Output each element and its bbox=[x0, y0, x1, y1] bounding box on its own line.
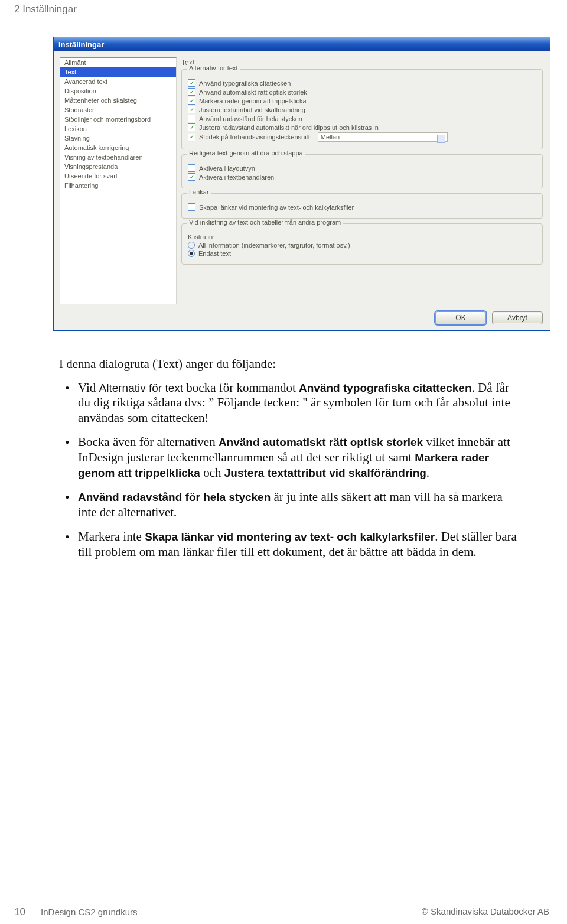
checkbox[interactable]: ✓ bbox=[188, 97, 195, 105]
ui-term: Skapa länkar vid montering av text- och … bbox=[145, 531, 435, 543]
intro-paragraph: I denna dialogruta (Text) anger du följa… bbox=[59, 357, 523, 372]
list-item: Markera inte Skapa länkar vid montering … bbox=[59, 529, 523, 559]
sidebar-item[interactable]: Utseende för svart bbox=[60, 171, 176, 181]
checkbox[interactable]: ✓ bbox=[188, 115, 195, 122]
radio[interactable] bbox=[188, 242, 195, 249]
group-links: Länkar ✓Skapa länkar vid montering av te… bbox=[181, 193, 543, 219]
footer-left: 10 InDesign CS2 grundkurs bbox=[14, 906, 138, 918]
checkbox[interactable]: ✓ bbox=[188, 173, 195, 181]
checkbox[interactable]: ✓ bbox=[188, 164, 195, 172]
preferences-dialog: Inställningar Allmänt Text Avancerad tex… bbox=[53, 37, 550, 331]
checkbox[interactable]: ✓ bbox=[188, 88, 195, 96]
ui-term: Använd automatiskt rätt optisk storlek bbox=[219, 436, 423, 448]
checkbox[interactable]: ✓ bbox=[188, 134, 195, 141]
group-legend: Redigera text genom att dra och släppa bbox=[187, 149, 305, 157]
checkbox[interactable]: ✓ bbox=[188, 79, 195, 87]
group-paste: Vid inklistring av text och tabeller frå… bbox=[181, 223, 543, 265]
radio-label: Endast text bbox=[198, 250, 231, 257]
sidebar-item[interactable]: Visning av textbehandlaren bbox=[60, 152, 176, 162]
group-legend: Alternativ för text bbox=[187, 64, 240, 71]
sidebar-item[interactable]: Text bbox=[60, 67, 176, 77]
ui-term: Justera textattribut vid skalförändring bbox=[224, 467, 426, 479]
radio-label: All information (indexmarkörer, färgruto… bbox=[198, 242, 350, 249]
settings-pane: Text Alternativ för text ✓Använd typogra… bbox=[180, 57, 544, 304]
ui-term: Alternativ för text bbox=[99, 382, 184, 394]
sidebar-item[interactable]: Stavning bbox=[60, 134, 176, 143]
dialog-button-row: OK Avbryt bbox=[54, 308, 550, 330]
page-header: 2 Inställningar bbox=[0, 0, 567, 15]
footer-title: InDesign CS2 grundkurs bbox=[41, 907, 137, 917]
sidebar-item[interactable]: Stödraster bbox=[60, 105, 176, 115]
checkbox[interactable]: ✓ bbox=[188, 203, 195, 211]
sidebar-item[interactable]: Automatisk korrigering bbox=[60, 143, 176, 152]
category-sidebar: Allmänt Text Avancerad text Disposition … bbox=[60, 57, 177, 304]
radio[interactable] bbox=[188, 250, 195, 257]
sidebar-item[interactable]: Måttenheter och skalsteg bbox=[60, 96, 176, 105]
page-footer: 10 InDesign CS2 grundkurs © Skandinavisk… bbox=[0, 906, 567, 918]
checkbox-label: Aktivera i textbehandlaren bbox=[199, 174, 274, 181]
list-item: Använd radavstånd för hela stycken är ju… bbox=[59, 490, 523, 520]
ok-button[interactable]: OK bbox=[435, 311, 486, 324]
preview-size-label: Storlek på förhandsvisningsteckensnitt: bbox=[199, 134, 312, 141]
text-run: Bocka även för alternativen bbox=[78, 435, 219, 449]
list-item: Bocka även för alternativen Använd autom… bbox=[59, 435, 523, 480]
text-run: Vid bbox=[78, 380, 99, 395]
checkbox-label: Justera textattribut vid skalförändring bbox=[199, 106, 305, 113]
checkbox-label: Markera rader genom att trippelklicka bbox=[199, 97, 307, 105]
group-text-alternatives: Alternativ för text ✓Använd typografiska… bbox=[181, 69, 543, 149]
footer-right: © Skandinaviska Databöcker AB bbox=[422, 906, 549, 918]
preview-size-dropdown[interactable]: Mellan bbox=[318, 132, 448, 142]
ui-term: Använd typografiska citattecken bbox=[299, 382, 471, 394]
group-legend: Länkar bbox=[187, 188, 211, 196]
checkbox-label: Använd typografiska citattecken bbox=[199, 80, 291, 87]
checkbox-label: Använd automatiskt rätt optisk storlek bbox=[199, 89, 307, 96]
sidebar-item[interactable]: Stödlinjer och monteringsbord bbox=[60, 115, 176, 124]
ui-term: Använd radavstånd för hela stycken bbox=[78, 491, 271, 503]
list-item: Vid Alternativ för text bocka för komman… bbox=[59, 380, 523, 426]
checkbox-label: Justera radavstånd automatiskt när ord k… bbox=[199, 124, 379, 131]
text-run: . bbox=[426, 466, 429, 480]
text-run: Markera inte bbox=[78, 529, 145, 544]
checkbox[interactable]: ✓ bbox=[188, 123, 195, 131]
text-run: bocka för kommandot bbox=[183, 380, 299, 395]
checkbox[interactable]: ✓ bbox=[188, 106, 195, 113]
sidebar-item[interactable]: Allmänt bbox=[60, 58, 176, 67]
sidebar-item[interactable]: Visningsprestanda bbox=[60, 162, 176, 171]
checkbox-label: Använd radavstånd för hela stycken bbox=[199, 115, 302, 122]
dialog-title: Inställningar bbox=[58, 40, 104, 49]
cancel-button[interactable]: Avbryt bbox=[492, 311, 543, 324]
sidebar-item[interactable]: Disposition bbox=[60, 86, 176, 96]
sidebar-item[interactable]: Avancerad text bbox=[60, 77, 176, 86]
dialog-titlebar[interactable]: Inställningar bbox=[54, 37, 550, 51]
text-run: och bbox=[200, 466, 224, 480]
group-drag-edit: Redigera text genom att dra och släppa ✓… bbox=[181, 154, 543, 188]
body-text: I denna dialogruta (Text) anger du följa… bbox=[59, 357, 523, 560]
group-legend: Vid inklistring av text och tabeller frå… bbox=[187, 219, 343, 226]
checkbox-label: Skapa länkar vid montering av text- och … bbox=[199, 204, 354, 211]
checkbox-label: Aktivera i layoutvyn bbox=[199, 165, 255, 172]
sidebar-item[interactable]: Lexikon bbox=[60, 124, 176, 134]
paste-subtitle: Klistra in: bbox=[188, 233, 214, 240]
page-number: 10 bbox=[14, 906, 25, 918]
sidebar-item[interactable]: Filhantering bbox=[60, 181, 176, 190]
